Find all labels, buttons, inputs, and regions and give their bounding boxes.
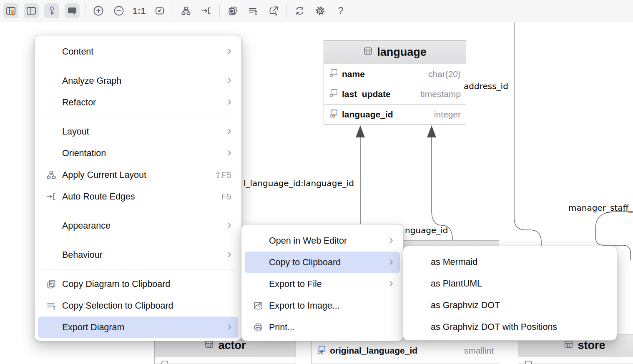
table-icon: [363, 46, 373, 59]
menu-item-label: Export Diagram: [62, 322, 124, 333]
menu-item-layout[interactable]: Layout ›: [38, 121, 238, 142]
copy-selection-icon: [45, 300, 57, 312]
column-name: last_update: [342, 89, 391, 99]
menu-item-label: Behaviour: [62, 250, 103, 260]
apply-layout-icon: [45, 169, 57, 181]
column-icon: [329, 88, 339, 100]
menu-item-behaviour[interactable]: Behaviour ›: [38, 244, 238, 266]
table-details-view-button[interactable]: [3, 3, 18, 18]
zoom-in-icon: [93, 5, 104, 17]
diagram-context-menu: Content › Analyze Graph › Refactor › Lay…: [34, 35, 242, 341]
menu-item-shortcut: ⇧F5: [214, 170, 231, 180]
refresh-button[interactable]: [292, 3, 307, 18]
menu-separator: [41, 66, 235, 66]
column-type: timestamp: [420, 89, 461, 99]
zoom-out-button[interactable]: [111, 3, 126, 18]
menu-item-label: Copy Selection to Clipboard: [62, 301, 173, 311]
submenu-chevron-icon: ›: [227, 147, 231, 157]
diagram-editor: 1:1 ?: [0, 0, 633, 364]
menu-item-label: Content: [62, 47, 93, 57]
menu-item-open-in-web-editor[interactable]: Open in Web Editor ›: [245, 230, 400, 252]
fit-content-button[interactable]: [152, 3, 167, 18]
settings-button[interactable]: [313, 3, 328, 18]
copy-diagram-button[interactable]: [225, 3, 240, 18]
edge-label: address_id: [464, 81, 508, 91]
help-button[interactable]: ?: [333, 3, 348, 18]
menu-item-apply-current-layout[interactable]: Apply Current Layout ⇧F5: [38, 164, 238, 186]
menu-item-auto-route-edges[interactable]: Auto Route Edges F5: [38, 186, 238, 207]
menu-item-label: Auto Route Edges: [62, 192, 135, 202]
menu-item-appearance[interactable]: Appearance ›: [38, 215, 238, 237]
zoom-in-button[interactable]: [91, 3, 106, 18]
menu-item-as-plantuml[interactable]: as PlantUML: [407, 273, 613, 294]
export-icon: [268, 5, 279, 17]
submenu-chevron-icon: ›: [227, 321, 231, 332]
edge-label: l_language_id:language_id: [244, 178, 354, 188]
language-table-header[interactable]: language: [324, 41, 466, 64]
table-row[interactable]: original_language_id smallint: [312, 341, 499, 360]
menu-item-as-mermaid[interactable]: as Mermaid: [407, 251, 613, 273]
menu-item-print[interactable]: Print...: [245, 317, 400, 338]
copy-selection-icon: [248, 5, 259, 16]
toolbar-separator: [286, 5, 287, 17]
menu-item-copy-diagram-to-clipboard[interactable]: Copy Diagram to Clipboard: [38, 273, 238, 295]
submenu-chevron-icon: ›: [227, 45, 231, 56]
show-comments-button[interactable]: [65, 3, 80, 18]
route-edges-icon: [45, 191, 57, 202]
copy-icon: [227, 5, 238, 16]
table-row[interactable]: last_update timestamp: [324, 84, 466, 104]
table-row[interactable]: language_id integer: [324, 104, 466, 124]
export-button[interactable]: [266, 3, 281, 18]
menu-item-orientation[interactable]: Orientation ›: [38, 142, 238, 164]
copy-to-clipboard-submenu: as Mermaid as PlantUML as Graphviz DOT a…: [403, 246, 617, 341]
submenu-chevron-icon: ›: [389, 234, 393, 245]
split-view-icon: [26, 5, 37, 16]
foreign-key-column-icon: [317, 345, 327, 357]
show-keys-button[interactable]: [44, 3, 59, 18]
menu-item-label: Print...: [269, 322, 295, 333]
menu-separator: [41, 117, 235, 117]
menu-item-as-graphviz-dot-with-positions[interactable]: as Graphviz DOT with Positions: [407, 316, 613, 338]
menu-item-label: Orientation: [62, 148, 106, 159]
menu-item-refactor[interactable]: Refactor ›: [38, 92, 238, 113]
menu-item-copy-selection-to-clipboard[interactable]: Copy Selection to Clipboard: [38, 295, 238, 317]
language-table[interactable]: language name char(20) last_update times…: [324, 40, 466, 125]
menu-item-as-graphviz-dot[interactable]: as Graphviz DOT: [407, 294, 613, 316]
table-title: language: [377, 46, 427, 59]
column-icon: [329, 68, 339, 80]
apply-layout-button[interactable]: [178, 3, 193, 18]
menu-separator: [41, 211, 235, 211]
menu-item-label: Open in Web Editor: [269, 236, 347, 246]
actual-size-label: 1:1: [133, 6, 146, 16]
menu-separator: [41, 269, 235, 269]
fit-content-icon: [154, 5, 165, 16]
menu-item-label: as Mermaid: [431, 257, 477, 267]
key-icon: [46, 5, 57, 16]
column-name: language_id: [342, 110, 393, 120]
edge-label: nguage_id: [405, 225, 448, 235]
menu-item-export-to-file[interactable]: Export to File ›: [245, 273, 400, 295]
column-name: original_language_id: [330, 346, 417, 356]
menu-item-export-diagram[interactable]: Export Diagram ›: [38, 317, 238, 338]
submenu-chevron-icon: ›: [227, 219, 231, 230]
menu-item-label: Refactor: [62, 97, 96, 108]
export-diagram-submenu: Open in Web Editor › Copy to Clipboard ›…: [241, 224, 404, 341]
actual-size-button[interactable]: 1:1: [132, 3, 147, 18]
table-title: store: [578, 339, 605, 352]
auto-route-edges-button[interactable]: [199, 3, 214, 18]
menu-item-export-to-image[interactable]: Export to Image...: [245, 295, 400, 317]
table-row[interactable]: name char(20): [324, 64, 466, 84]
submenu-chevron-icon: ›: [227, 125, 231, 136]
menu-item-label: Export to Image...: [269, 301, 340, 311]
menu-item-analyze-graph[interactable]: Analyze Graph ›: [38, 70, 238, 92]
split-view-button[interactable]: [24, 3, 39, 18]
apply-layout-icon: [181, 5, 191, 16]
menu-item-content[interactable]: Content ›: [38, 41, 238, 62]
copy-selection-button[interactable]: [246, 3, 261, 18]
table-row-partial: [312, 360, 499, 364]
column-type: integer: [434, 110, 461, 120]
column-type: char(20): [428, 69, 461, 79]
column-name: name: [342, 69, 365, 79]
menu-item-copy-to-clipboard[interactable]: Copy to Clipboard ›: [245, 252, 400, 273]
menu-item-label: as PlantUML: [431, 279, 482, 289]
